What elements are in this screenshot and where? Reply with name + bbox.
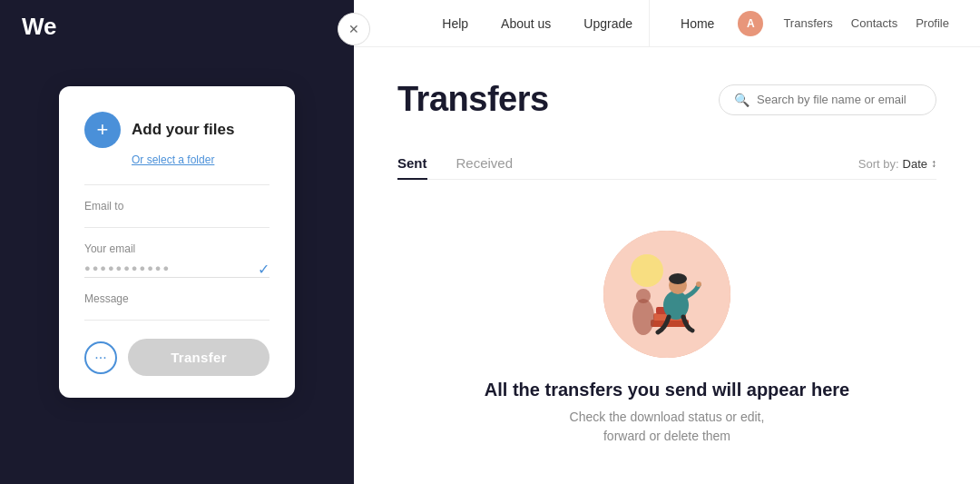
email-to-label: Email to [84,200,270,212]
transfer-button[interactable]: Transfer [128,339,270,376]
nav-bar: Help About us Upgrade Home A Transfers C… [354,0,980,47]
svg-point-1 [603,231,730,358]
upload-card: + Add your files Or select a folder Emai… [59,86,295,398]
nav-right: Home A Transfers Contacts Profile [650,0,980,47]
nav-avatar[interactable]: A [738,11,763,36]
nav-transfers[interactable]: Transfers [774,16,841,30]
right-panel: Help About us Upgrade Home A Transfers C… [354,0,980,484]
divider-1 [84,184,270,185]
message-label: Message [84,292,270,305]
page-header: Transfers 🔍 [397,80,936,119]
nav-about[interactable]: About us [485,0,567,47]
search-box: 🔍 [719,84,936,115]
add-files-button[interactable]: + [84,112,121,148]
search-icon: 🔍 [734,93,750,107]
svg-point-10 [632,299,654,335]
nav-contacts[interactable]: Contacts [842,16,906,30]
divider-2 [84,227,270,228]
nav-home[interactable]: Home [664,0,730,47]
empty-state-subtitle: Check the download status or edit,forwar… [570,408,765,446]
main-content: Transfers 🔍 Sent Received Sort by: Date … [354,47,980,484]
close-button[interactable]: ✕ [338,13,370,45]
divider-3 [84,320,270,321]
tab-sent[interactable]: Sent [397,148,427,180]
sort-by-label: Sort by: [858,157,899,171]
nav-links: Help About us Upgrade Home A Transfers C… [426,0,980,47]
more-options-icon: ··· [94,350,106,366]
empty-state-title: All the transfers you send will appear h… [485,380,849,400]
check-icon: ✓ [258,260,270,277]
svg-point-9 [696,282,701,287]
tab-received[interactable]: Received [456,148,514,180]
nav-profile[interactable]: Profile [906,16,958,30]
svg-point-2 [631,254,663,287]
page-title: Transfers [397,80,549,119]
svg-text:We: We [22,15,57,40]
logo: We [22,15,62,44]
empty-state: All the transfers you send will appear h… [397,216,936,446]
message-field: Message [84,292,270,321]
email-field-wrapper: ✓ [84,259,270,278]
tabs-row: Sent Received Sort by: Date ↕ [397,148,936,180]
add-files-row: + Add your files [84,112,270,148]
your-email-field: Your email ✓ [84,242,270,278]
sort-by: Sort by: Date ↕ [858,157,936,171]
sort-direction-icon[interactable]: ↕ [931,157,936,170]
nav-right-links: Transfers Contacts Profile [767,16,965,30]
sort-by-date[interactable]: Date [903,157,927,171]
card-actions: ··· Transfer [84,339,270,376]
add-files-label: Add your files [132,121,234,139]
select-folder-link[interactable]: Or select a folder [132,153,270,166]
email-to-field: Email to [84,200,270,228]
left-panel: We ✕ + Add your files Or select a folder… [0,0,354,484]
search-input[interactable] [757,93,921,106]
svg-point-8 [669,273,687,284]
plus-icon: + [97,118,109,142]
more-options-button[interactable]: ··· [84,341,117,374]
nav-upgrade[interactable]: Upgrade [567,0,649,47]
your-email-label: Your email [84,242,270,255]
illustration [603,231,730,358]
your-email-input[interactable] [84,259,270,278]
nav-help[interactable]: Help [426,0,485,47]
close-icon: ✕ [348,22,359,36]
svg-point-11 [636,289,651,303]
